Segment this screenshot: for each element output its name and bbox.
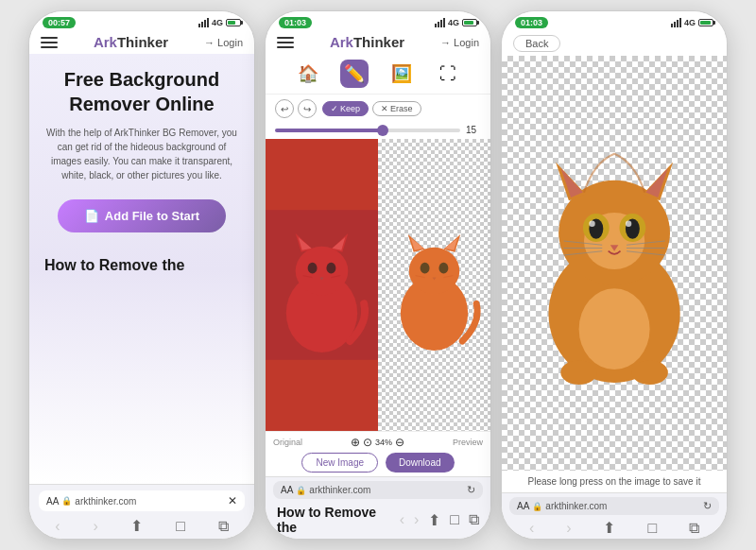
share-btn-1[interactable]: ⬆ xyxy=(130,517,143,535)
how-to-title-1: How to Remove the xyxy=(44,257,239,274)
tabs-btn-2[interactable]: ⧉ xyxy=(469,511,479,529)
login-label-2: Login xyxy=(454,37,479,48)
menu-icon-1[interactable] xyxy=(41,37,58,48)
phone-3: 01:03 4G Back xyxy=(501,10,728,540)
back-btn-1[interactable]: ‹ xyxy=(55,518,60,535)
battery-icon-2 xyxy=(462,19,477,26)
svg-point-18 xyxy=(421,263,430,274)
lock-icon-1: 🔒 xyxy=(61,496,72,506)
image-tool-icon[interactable]: 🖼️ xyxy=(387,60,416,88)
redo-button[interactable]: ↪ xyxy=(298,99,317,118)
aa-label-1: AA xyxy=(46,496,59,507)
forward-btn-3[interactable]: › xyxy=(566,520,571,537)
phone-2: 01:03 4G ArkThinker → Login 🏠 xyxy=(265,10,491,540)
back-btn-2[interactable]: ‹ xyxy=(400,511,404,529)
image-comparison-area xyxy=(266,139,490,431)
login-btn-1[interactable]: → Login xyxy=(204,37,243,48)
svg-point-24 xyxy=(579,288,650,370)
forward-btn-1[interactable]: › xyxy=(93,518,97,535)
url-bar-2[interactable]: AA 🔒 arkthinker.com ↻ xyxy=(273,481,483,499)
url-bar-3[interactable]: AA 🔒 arkthinker.com ↻ xyxy=(509,497,719,515)
url-text-1: AA 🔒 arkthinker.com xyxy=(46,496,136,507)
bottom-action-bar: Original ⊕ ⊙ 34% ⊖ Preview New Image Dow… xyxy=(266,431,490,476)
time-badge-1: 00:57 xyxy=(43,17,76,28)
expand-tool-icon[interactable]: ⛶ xyxy=(434,60,462,88)
svg-point-45 xyxy=(631,360,668,385)
svg-point-35 xyxy=(589,221,594,227)
network-label-3: 4G xyxy=(684,18,696,27)
nav-bar-1: ArkThinker → Login xyxy=(29,30,254,54)
network-label-1: 4G xyxy=(212,18,223,27)
login-label-1: Login xyxy=(217,37,243,48)
original-image xyxy=(266,139,378,431)
url-domain-3: arkthinker.com xyxy=(545,501,607,511)
logo-ark-2: Ark xyxy=(330,34,353,50)
back-button[interactable]: Back xyxy=(513,35,560,52)
zoom-percent: 34% xyxy=(375,438,392,447)
menu-icon-2[interactable] xyxy=(277,37,294,48)
login-btn-2[interactable]: → Login xyxy=(440,37,479,48)
refresh-icon-3[interactable]: ↻ xyxy=(703,500,712,512)
add-file-button[interactable]: 📄 Add File to Start xyxy=(58,199,226,232)
logo-ark-1: Ark xyxy=(94,34,117,50)
share-btn-2[interactable]: ⬆ xyxy=(428,511,440,529)
bookmarks-btn-3[interactable]: □ xyxy=(647,520,657,537)
share-btn-3[interactable]: ⬆ xyxy=(603,519,615,537)
zoom-reset-button[interactable]: ⊙ xyxy=(363,436,372,449)
preview-label: Preview xyxy=(453,438,483,447)
svg-point-44 xyxy=(560,360,597,385)
bookmarks-btn-2[interactable]: □ xyxy=(450,511,459,529)
original-label: Original xyxy=(273,438,302,447)
tabs-btn-1[interactable]: ⧉ xyxy=(218,518,229,535)
network-label-2: 4G xyxy=(448,18,459,27)
browser-controls-1: ‹ › ⬆ □ ⧉ xyxy=(39,517,245,535)
close-icon-1[interactable]: ✕ xyxy=(228,494,237,507)
bookmarks-btn-1[interactable]: □ xyxy=(176,518,185,535)
svg-point-36 xyxy=(626,221,631,227)
forward-btn-2[interactable]: › xyxy=(414,511,419,529)
battery-icon-3 xyxy=(698,19,713,26)
svg-point-19 xyxy=(438,263,448,274)
refresh-icon-2[interactable]: ↻ xyxy=(467,484,475,496)
zoom-controls: ⊕ ⊙ 34% ⊖ xyxy=(351,436,404,449)
logo-2: ArkThinker xyxy=(330,34,404,50)
brush-size-slider[interactable] xyxy=(275,129,460,132)
file-icon: 📄 xyxy=(84,209,99,223)
back-bar: Back xyxy=(502,30,727,56)
main-content-1: Free Background Remover Online With the … xyxy=(29,54,254,484)
browser-bar-1: AA 🔒 arkthinker.com ✕ ‹ › ⬆ □ ⧉ xyxy=(29,484,254,539)
keep-label: Keep xyxy=(340,104,360,113)
how-to-section-1: How to Remove the xyxy=(44,248,239,278)
url-bar-1[interactable]: AA 🔒 arkthinker.com ✕ xyxy=(39,490,245,511)
brush-slider-row: 15 xyxy=(266,123,490,139)
erase-button[interactable]: ✕ Erase xyxy=(372,101,421,116)
tabs-btn-3[interactable]: ⧉ xyxy=(689,520,699,537)
url-text-3: AA 🔒 arkthinker.com xyxy=(517,501,607,511)
new-image-button[interactable]: New Image xyxy=(301,453,378,473)
logo-1: ArkThinker xyxy=(94,34,168,50)
browser-bar-2: AA 🔒 arkthinker.com ↻ How to Remove the … xyxy=(266,476,490,539)
back-btn-3[interactable]: ‹ xyxy=(529,520,534,537)
status-bar-1: 00:57 4G xyxy=(29,11,254,30)
slider-value: 15 xyxy=(466,125,481,135)
check-icon: ✓ xyxy=(331,104,338,113)
keep-button[interactable]: ✓ Keep xyxy=(322,101,369,116)
undo-button[interactable]: ↩ xyxy=(275,99,294,118)
nav-bar-2: ArkThinker → Login xyxy=(266,30,490,54)
add-file-label: Add File to Start xyxy=(105,209,199,223)
url-domain-2: arkthinker.com xyxy=(309,485,370,495)
save-hint-text: Please long press on the image to save i… xyxy=(502,471,727,492)
lock-icon-2: 🔒 xyxy=(296,486,306,495)
home-tool-icon[interactable]: 🏠 xyxy=(294,60,322,88)
zoom-in-button[interactable]: ⊕ xyxy=(351,436,360,449)
svg-point-8 xyxy=(326,263,335,274)
signal-icon-1 xyxy=(198,18,209,27)
download-button[interactable]: Download xyxy=(386,453,454,473)
url-text-2: AA 🔒 arkthinker.com xyxy=(281,485,370,495)
checkered-background xyxy=(502,56,727,471)
zoom-out-button[interactable]: ⊖ xyxy=(395,436,404,449)
edit-tool-icon[interactable]: ✏️ xyxy=(340,60,369,88)
time-badge-3: 01:03 xyxy=(515,17,548,28)
time-badge-2: 01:03 xyxy=(279,17,312,28)
svg-point-2 xyxy=(296,247,349,296)
